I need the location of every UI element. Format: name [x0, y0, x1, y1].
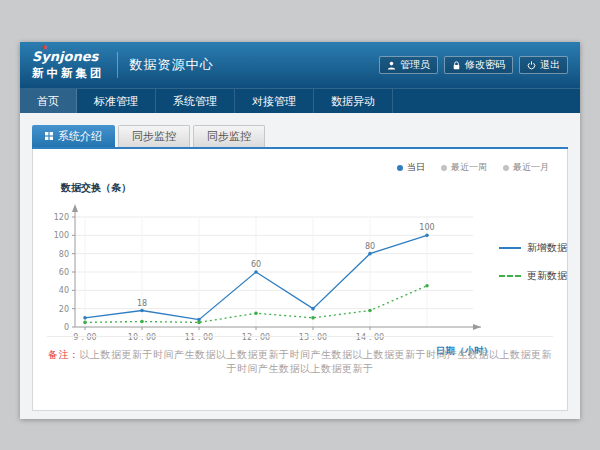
- app-window: Synjones ★ 新中新集团 数据资源中心 管理员 修改密码: [20, 42, 580, 419]
- filter-label: 当日: [407, 161, 425, 174]
- footnote-text: 以上数据更新于时间产生数据以上数据更新于时间产生数据以上数据更新于时间产生数据以…: [80, 349, 553, 374]
- user-icon: [387, 61, 396, 70]
- nav-item-connection-mgmt[interactable]: 对接管理: [235, 89, 314, 113]
- svg-text:20: 20: [59, 305, 69, 314]
- change-password-button[interactable]: 修改密码: [444, 56, 513, 74]
- footnote-label: 备注：: [48, 349, 80, 360]
- logout-button[interactable]: 退出: [519, 56, 568, 74]
- header-divider: [117, 52, 118, 78]
- tab-label: 系统介绍: [58, 129, 102, 144]
- footnote: 备注：以上数据更新于时间产生数据以上数据更新于时间产生数据以上数据更新于时间产生…: [47, 336, 553, 376]
- grid-icon: [45, 130, 53, 143]
- svg-text:80: 80: [59, 250, 69, 259]
- filter-last-month[interactable]: 最近一月: [503, 161, 549, 174]
- line-swatch-icon: [499, 275, 521, 277]
- tab-bar: 系统介绍 同步监控 同步监控: [32, 125, 568, 149]
- series-label: 新增数据: [527, 241, 567, 255]
- legend-item-updated-data: 更新数据: [499, 269, 567, 283]
- legend-item-new-data: 新增数据: [499, 241, 567, 255]
- tab-system-intro[interactable]: 系统介绍: [32, 125, 115, 147]
- app-header: Synjones ★ 新中新集团 数据资源中心 管理员 修改密码: [20, 42, 580, 88]
- filter-today[interactable]: 当日: [397, 161, 425, 174]
- content-area: 系统介绍 同步监控 同步监控 当日 最近一周: [20, 113, 580, 411]
- tab-sync-monitor-1[interactable]: 同步监控: [118, 125, 190, 147]
- svg-text:40: 40: [59, 286, 69, 295]
- lock-icon: [452, 61, 461, 70]
- nav-item-home[interactable]: 首页: [20, 89, 77, 113]
- svg-text:0: 0: [64, 323, 69, 332]
- svg-text:18: 18: [137, 299, 147, 308]
- logo-subtitle: 新中新集团: [32, 66, 105, 81]
- svg-text:100: 100: [54, 231, 69, 240]
- tab-label: 同步监控: [132, 129, 176, 144]
- tab-sync-monitor-2[interactable]: 同步监控: [193, 125, 265, 147]
- logout-label: 退出: [540, 60, 560, 70]
- filter-last-week[interactable]: 最近一周: [441, 161, 487, 174]
- main-navigation: 首页 标准管理 系统管理 对接管理 数据异动: [20, 88, 580, 113]
- time-range-filters: 当日 最近一周 最近一月: [397, 161, 549, 174]
- power-icon: [527, 61, 536, 70]
- chart-panel: 当日 最近一周 最近一月 数据交换（条） 0204060801001209：00…: [32, 149, 568, 411]
- svg-text:100: 100: [419, 223, 434, 232]
- radio-dot-icon: [503, 165, 509, 171]
- radio-dot-icon: [441, 165, 447, 171]
- change-password-label: 修改密码: [465, 60, 505, 70]
- nav-item-data-changes[interactable]: 数据异动: [314, 89, 393, 113]
- nav-item-standard-mgmt[interactable]: 标准管理: [77, 89, 156, 113]
- logo-star-icon: ★: [41, 44, 48, 52]
- logo-text: Synjones ★: [32, 50, 105, 63]
- y-axis-title: 数据交换（条）: [61, 181, 131, 195]
- filter-label: 最近一周: [451, 161, 487, 174]
- svg-text:60: 60: [251, 260, 261, 269]
- series-label: 更新数据: [527, 269, 567, 283]
- tab-label: 同步监控: [207, 129, 251, 144]
- admin-user-label: 管理员: [400, 60, 430, 70]
- svg-text:80: 80: [365, 242, 375, 251]
- filter-label: 最近一月: [513, 161, 549, 174]
- line-swatch-icon: [499, 247, 521, 249]
- brand-logo[interactable]: Synjones ★ 新中新集团: [32, 50, 105, 81]
- admin-user-button[interactable]: 管理员: [379, 56, 438, 74]
- svg-text:120: 120: [54, 213, 69, 222]
- svg-text:60: 60: [59, 268, 69, 277]
- radio-dot-icon: [397, 165, 403, 171]
- page-title: 数据资源中心: [130, 56, 214, 74]
- nav-item-system-mgmt[interactable]: 系统管理: [156, 89, 235, 113]
- header-actions: 管理员 修改密码 退出: [379, 56, 568, 74]
